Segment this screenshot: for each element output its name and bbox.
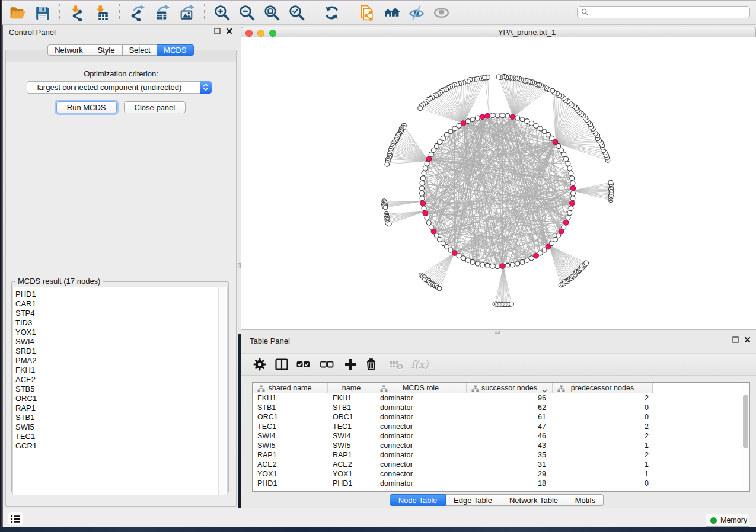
graph-node-mcds[interactable] — [485, 113, 490, 118]
column-header-successor-nodes[interactable]: successor nodes — [467, 383, 553, 393]
cell-predecessor-nodes[interactable]: 0 — [553, 403, 653, 412]
control-panel-tab-style[interactable]: Style — [90, 44, 123, 56]
table-row-RAP1[interactable]: RAP1RAP1dominator352 — [253, 450, 741, 460]
graph-node-mcds[interactable] — [569, 201, 575, 206]
table-tab-edge-table[interactable]: Edge Table — [446, 494, 500, 506]
cell-shared-name[interactable]: PHD1 — [253, 479, 328, 488]
close-table-panel-icon[interactable] — [744, 336, 751, 343]
cell-MCDS-role[interactable]: dominator — [375, 450, 467, 460]
graph-node[interactable] — [515, 261, 520, 266]
graph-node[interactable] — [564, 156, 569, 161]
graph-node[interactable] — [567, 166, 572, 171]
cell-successor-nodes[interactable]: 47 — [467, 422, 553, 431]
graph-node[interactable] — [475, 261, 480, 266]
graph-node[interactable] — [515, 116, 520, 120]
table-row-STB1[interactable]: STB1STB1dominator620 — [253, 403, 741, 412]
run-mcds-button[interactable]: Run MCDS — [56, 101, 117, 113]
table-scrollbar-thumb[interactable] — [743, 395, 748, 448]
graph-node[interactable] — [520, 259, 525, 264]
graph-node[interactable] — [525, 119, 529, 124]
float-table-panel-icon[interactable] — [732, 336, 739, 343]
graph-node[interactable] — [426, 220, 431, 225]
graph-node[interactable] — [470, 117, 475, 122]
graph-node[interactable] — [480, 262, 485, 267]
search-box[interactable] — [577, 6, 750, 18]
graph-node[interactable] — [383, 205, 388, 210]
graph-node[interactable] — [509, 302, 514, 306]
table-row-SWI4[interactable]: SWI4SWI4dominator462 — [253, 431, 741, 441]
mcds-result-item[interactable]: GCR1 — [13, 441, 227, 451]
delete-column-button[interactable] — [363, 355, 379, 373]
mcds-result-list[interactable]: PHD1CAR1STP4TID3YOX1SWI4SRD1PMA2FKH1ACE2… — [12, 287, 228, 495]
cell-predecessor-nodes[interactable]: 1 — [553, 460, 653, 469]
refresh-layout-button[interactable] — [319, 2, 344, 23]
cell-predecessor-nodes[interactable]: 2 — [553, 393, 653, 403]
mcds-result-item[interactable]: FKH1 — [13, 366, 227, 375]
mcds-result-item[interactable]: STB1 — [13, 413, 227, 422]
graph-node[interactable] — [418, 106, 423, 111]
cell-successor-nodes[interactable]: 43 — [467, 441, 553, 450]
cell-shared-name[interactable]: RAP1 — [253, 450, 328, 460]
graph-node[interactable] — [534, 123, 538, 128]
graph-node[interactable] — [465, 258, 470, 262]
graph-node-mcds[interactable] — [423, 210, 428, 216]
import-table-button[interactable] — [90, 2, 114, 23]
cell-shared-name[interactable]: SWI4 — [253, 431, 328, 441]
zoom-in-button[interactable] — [209, 2, 234, 23]
float-panel-icon[interactable] — [214, 28, 221, 34]
graph-node[interactable] — [465, 119, 470, 124]
cell-successor-nodes[interactable]: 35 — [467, 450, 553, 460]
task-history-button[interactable] — [8, 512, 23, 525]
cell-MCDS-role[interactable]: dominator — [375, 403, 467, 412]
mcds-result-item[interactable]: CAR1 — [13, 299, 227, 309]
cell-shared-name[interactable]: STB1 — [253, 403, 328, 412]
graph-node-mcds[interactable] — [534, 253, 539, 258]
graph-node[interactable] — [546, 132, 551, 137]
network-view-titlebar[interactable]: YPA_prune.txt_1 — [241, 27, 756, 37]
graph-node[interactable] — [422, 206, 426, 211]
graph-node[interactable] — [510, 262, 515, 267]
open-session-button[interactable] — [5, 2, 30, 23]
graph-node[interactable] — [525, 258, 529, 262]
column-header-shared-name[interactable]: shared name — [253, 383, 328, 393]
graph-node-mcds[interactable] — [546, 244, 551, 249]
mcds-result-item[interactable]: ACE2 — [13, 375, 227, 384]
export-image-button[interactable] — [174, 2, 199, 23]
graph-node[interactable] — [584, 261, 589, 265]
table-tab-network-table[interactable]: Network Table — [500, 494, 567, 506]
graph-node[interactable] — [550, 88, 555, 93]
mcds-result-item[interactable]: SWI5 — [13, 422, 227, 432]
graph-node[interactable] — [570, 181, 575, 185]
cell-successor-nodes[interactable]: 62 — [467, 403, 553, 412]
graph-node[interactable] — [485, 263, 490, 268]
table-options-button[interactable] — [252, 355, 267, 373]
mcds-result-item[interactable]: TID3 — [13, 318, 227, 328]
control-panel-tab-mcds[interactable]: MCDS — [157, 44, 194, 56]
cell-shared-name[interactable]: ACE2 — [253, 460, 328, 469]
graph-node[interactable] — [434, 143, 439, 148]
table-row-SWI5[interactable]: SWI5SWI5connector431 — [253, 441, 741, 450]
graph-node[interactable] — [500, 113, 505, 118]
close-panel-icon[interactable] — [226, 28, 232, 34]
graph-node[interactable] — [566, 216, 570, 220]
network-canvas[interactable] — [241, 37, 756, 330]
graph-node[interactable] — [490, 113, 495, 118]
cell-name[interactable]: YOX1 — [328, 469, 375, 479]
graph-node[interactable] — [567, 211, 572, 216]
cell-name[interactable]: STB1 — [328, 403, 375, 412]
cell-name[interactable]: SWI4 — [328, 431, 375, 441]
graph-node[interactable] — [387, 222, 391, 226]
graph-node[interactable] — [423, 166, 428, 171]
cell-shared-name[interactable]: YOX1 — [253, 469, 328, 479]
graph-node[interactable] — [520, 117, 525, 122]
cell-successor-nodes[interactable]: 18 — [467, 479, 553, 488]
table-row-ACE2[interactable]: ACE2ACE2connector311 — [253, 460, 741, 469]
cell-shared-name[interactable]: SWI5 — [253, 441, 328, 450]
graph-node[interactable] — [490, 264, 495, 268]
cell-name[interactable]: ACE2 — [328, 460, 375, 469]
create-column-button[interactable] — [343, 355, 358, 373]
export-network-button[interactable] — [125, 2, 149, 23]
graph-node[interactable] — [470, 259, 475, 264]
graph-node[interactable] — [538, 126, 543, 131]
graph-node-mcds[interactable] — [461, 121, 466, 126]
